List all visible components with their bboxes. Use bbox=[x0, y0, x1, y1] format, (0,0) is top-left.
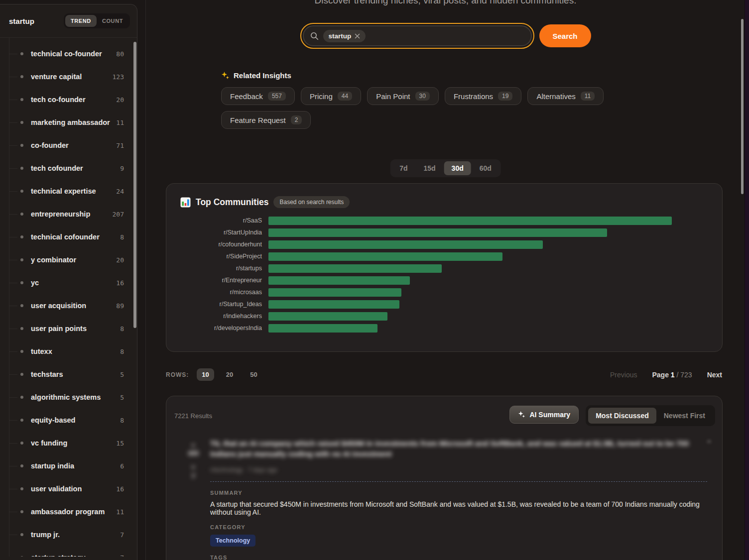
keyword-label: technical cofounder bbox=[31, 233, 100, 241]
page-scrollbar[interactable] bbox=[741, 19, 744, 194]
sidebar-keyword-item[interactable]: algorithmic systems5 bbox=[0, 386, 137, 409]
bullet-icon bbox=[20, 213, 23, 216]
bullet-icon bbox=[20, 327, 23, 330]
chart-bar[interactable] bbox=[268, 300, 399, 309]
collapse-chevron-icon[interactable]: ⌃ bbox=[706, 439, 712, 448]
category-label: CATEGORY bbox=[210, 524, 707, 530]
time-range-7d[interactable]: 7d bbox=[392, 161, 415, 175]
page-current: 1 bbox=[671, 371, 675, 379]
chart-row: r/developersIndia bbox=[166, 322, 722, 334]
keyword-sidebar: startup TREND COUNT technical co-founder… bbox=[0, 4, 137, 560]
sidebar-keyword-item[interactable]: venture capital123 bbox=[0, 65, 137, 88]
sidebar-keyword-item[interactable]: marketing ambassador11 bbox=[0, 111, 137, 134]
search-term: startup bbox=[328, 32, 351, 40]
rows-option-10[interactable]: 10 bbox=[197, 368, 214, 381]
results-card: 7221 Results AI Summary Most Discussed N… bbox=[166, 396, 723, 560]
insight-chip[interactable]: Alternatives11 bbox=[527, 87, 604, 105]
dashed-separator bbox=[210, 481, 707, 482]
sidebar-keyword-item[interactable]: vc funding15 bbox=[0, 432, 137, 454]
search-input[interactable]: startup bbox=[300, 23, 534, 49]
sidebar-keyword-item[interactable]: startup strategy7 bbox=[0, 546, 137, 557]
tree-connector bbox=[9, 306, 17, 306]
bullet-icon bbox=[20, 442, 23, 445]
search-button[interactable]: Search bbox=[539, 24, 591, 47]
keyword-count: 7 bbox=[120, 554, 124, 557]
chart-bar[interactable] bbox=[268, 276, 410, 285]
chart-bar[interactable] bbox=[268, 252, 502, 261]
sidebar-keyword-item[interactable]: tutexx8 bbox=[0, 340, 137, 363]
vote-column-blurred[interactable]: ▲ 409 ▼ 7 bbox=[176, 438, 210, 560]
chart-category-label: r/microsaas bbox=[166, 289, 268, 296]
sidebar-keyword-item[interactable]: technical cofounder8 bbox=[0, 225, 137, 248]
toggle-trend[interactable]: TREND bbox=[65, 15, 97, 27]
page-controls: Previous Page 1 / 723 Next bbox=[610, 371, 722, 379]
sidebar-keyword-item[interactable]: user acquisition89 bbox=[0, 294, 137, 317]
chart-bar[interactable] bbox=[268, 228, 607, 237]
insight-chip-label: Pricing bbox=[310, 92, 333, 101]
next-button[interactable]: Next bbox=[707, 371, 722, 379]
keyword-label: tutexx bbox=[31, 347, 52, 355]
keyword-label: algorithmic systems bbox=[31, 393, 101, 401]
insight-chip[interactable]: Feedback557 bbox=[221, 87, 295, 105]
sort-most-discussed[interactable]: Most Discussed bbox=[588, 408, 656, 424]
sidebar-keyword-item[interactable]: entrepreneurship207 bbox=[0, 203, 137, 225]
remove-term-icon[interactable] bbox=[355, 33, 360, 39]
result-post[interactable]: ▲ 409 ▼ 7 TIL that an AI company which r… bbox=[166, 426, 722, 560]
chart-row: r/microsaas bbox=[166, 286, 722, 298]
time-range-60d[interactable]: 60d bbox=[472, 161, 499, 175]
time-range-15d[interactable]: 15d bbox=[416, 161, 443, 175]
category-badge[interactable]: Technology bbox=[210, 535, 255, 547]
post-summary: A startup that secured $450M in investme… bbox=[210, 500, 707, 516]
rows-option-20[interactable]: 20 bbox=[221, 368, 238, 381]
sidebar-keyword-item[interactable]: equity-based8 bbox=[0, 409, 137, 432]
sidebar-scrollbar[interactable] bbox=[133, 42, 136, 328]
sidebar-keyword-item[interactable]: ambassador program11 bbox=[0, 500, 137, 523]
downvote-icon[interactable]: ▼ bbox=[176, 464, 210, 471]
sidebar-keyword-item[interactable]: co-founder71 bbox=[0, 134, 137, 157]
insight-chip[interactable]: Frustrations19 bbox=[445, 87, 522, 105]
bullet-icon bbox=[20, 121, 23, 124]
page-separator: / bbox=[677, 371, 679, 379]
chart-bar[interactable] bbox=[268, 312, 387, 321]
sidebar-keyword-item[interactable]: startup india6 bbox=[0, 454, 137, 477]
sidebar-keyword-item[interactable]: technical expertise24 bbox=[0, 180, 137, 203]
insight-chips: Feedback557Pricing44Pain Point30Frustrat… bbox=[221, 87, 615, 129]
insight-chip[interactable]: Pain Point30 bbox=[367, 87, 439, 105]
keyword-count: 16 bbox=[116, 279, 124, 287]
tree-connector bbox=[9, 100, 17, 100]
insight-chip[interactable]: Pricing44 bbox=[301, 87, 361, 105]
previous-button[interactable]: Previous bbox=[610, 371, 637, 379]
search-field[interactable]: startup bbox=[302, 25, 531, 46]
sidebar-keyword-item[interactable]: y combinator20 bbox=[0, 248, 137, 271]
sidebar-keyword-item[interactable]: techstars5 bbox=[0, 363, 137, 386]
chart-row: r/indiehackers bbox=[166, 310, 722, 322]
upvote-icon[interactable]: ▲ bbox=[176, 441, 210, 448]
sidebar-keyword-item[interactable]: tech cofounder9 bbox=[0, 157, 137, 180]
page-subheading: Discover trending niches, viral posts, a… bbox=[146, 0, 745, 6]
chart-bar[interactable] bbox=[268, 240, 543, 249]
insight-chip-count: 2 bbox=[291, 115, 302, 124]
sidebar-keyword-item[interactable]: user pain points8 bbox=[0, 317, 137, 340]
ai-summary-button[interactable]: AI Summary bbox=[509, 406, 579, 424]
toggle-count[interactable]: COUNT bbox=[97, 15, 128, 27]
chart-bar[interactable] bbox=[268, 217, 672, 225]
search-term-chip[interactable]: startup bbox=[323, 30, 366, 42]
time-range-30d[interactable]: 30d bbox=[444, 161, 471, 175]
sidebar-keyword-item[interactable]: technical co-founder80 bbox=[0, 42, 137, 65]
bullet-icon bbox=[20, 144, 23, 147]
chart-bar[interactable] bbox=[268, 264, 442, 273]
rows-option-50[interactable]: 50 bbox=[245, 368, 262, 381]
chart-bar[interactable] bbox=[268, 288, 401, 297]
sort-newest-first[interactable]: Newest First bbox=[656, 408, 713, 424]
chart-bar[interactable] bbox=[268, 324, 377, 333]
keyword-count: 8 bbox=[120, 325, 124, 333]
sidebar-keyword-item[interactable]: tech co-founder20 bbox=[0, 88, 137, 111]
page-indicator: Page 1 / 723 bbox=[652, 371, 692, 379]
sidebar-keyword-item[interactable]: yc16 bbox=[0, 271, 137, 294]
sidebar-keyword-item[interactable]: trump jr.7 bbox=[0, 523, 137, 546]
insight-chip[interactable]: Feature Request2 bbox=[221, 111, 311, 129]
bullet-icon bbox=[20, 235, 23, 238]
sidebar-keyword-item[interactable]: user validation16 bbox=[0, 477, 137, 500]
bullet-icon bbox=[20, 75, 23, 78]
post-title-blurred[interactable]: TIL that an AI company which raised $450… bbox=[210, 438, 707, 459]
